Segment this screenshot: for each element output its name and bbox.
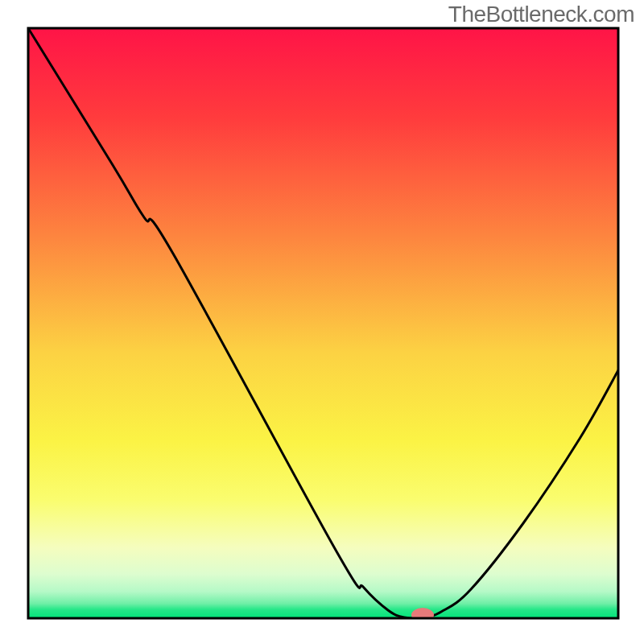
optimum-marker: [411, 608, 434, 622]
watermark-text: TheBottleneck.com: [448, 2, 634, 27]
bottleneck-chart: TheBottleneck.com: [0, 0, 644, 644]
chart-svg: [0, 0, 644, 644]
